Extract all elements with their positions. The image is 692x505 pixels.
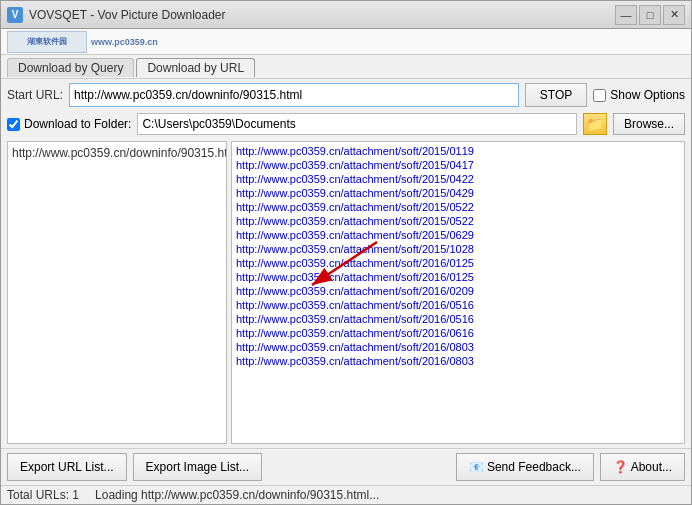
show-options-checkbox[interactable] [593,89,606,102]
right-panel-url-10: http://www.pc0359.cn/attachment/soft/201… [232,284,684,298]
close-button[interactable]: ✕ [663,5,685,25]
start-url-label: Start URL: [7,88,63,102]
left-panel[interactable]: http://www.pc0359.cn/downinfo/90315.html [7,141,227,444]
watermark: 湖東软件园 [7,31,87,53]
right-panel-url-3: http://www.pc0359.cn/attachment/soft/201… [232,186,684,200]
folder-path-input[interactable] [137,113,577,135]
right-panel-url-2: http://www.pc0359.cn/attachment/soft/201… [232,172,684,186]
main-window: V VOVSQET - Vov Picture Downloader — □ ✕… [0,0,692,505]
stop-button[interactable]: STOP [525,83,587,107]
feedback-icon: 📧 [469,460,487,474]
app-icon: V [7,7,23,23]
about-icon: ❓ [613,460,631,474]
download-to-folder-text: Download to Folder: [24,117,131,131]
start-url-input[interactable] [69,83,519,107]
loading-status: Loading http://www.pc0359.cn/downinfo/90… [95,488,379,502]
minimize-button[interactable]: — [615,5,637,25]
total-urls-status: Total URLs: 1 [7,488,79,502]
toolbar: 湖東软件园 www.pc0359.cn [1,29,691,55]
right-panel[interactable]: http://www.pc0359.cn/attachment/soft/201… [231,141,685,444]
tab-bar: Download by Query Download by URL [1,55,691,79]
right-panel-url-12: http://www.pc0359.cn/attachment/soft/201… [232,312,684,326]
right-panel-url-1: http://www.pc0359.cn/attachment/soft/201… [232,158,684,172]
folder-icon-button[interactable]: 📁 [583,113,607,135]
export-image-button[interactable]: Export Image List... [133,453,262,481]
right-panel-url-0: http://www.pc0359.cn/attachment/soft/201… [232,144,684,158]
about-label: About... [631,460,672,474]
tab-download-by-query[interactable]: Download by Query [7,58,134,77]
send-feedback-button[interactable]: 📧 Send Feedback... [456,453,594,481]
right-panel-url-15: http://www.pc0359.cn/attachment/soft/201… [232,354,684,368]
show-options-row: Show Options [593,88,685,102]
left-panel-url-0: http://www.pc0359.cn/downinfo/90315.html [12,146,222,160]
show-options-label: Show Options [610,88,685,102]
maximize-button[interactable]: □ [639,5,661,25]
download-to-folder-label: Download to Folder: [7,117,131,131]
download-to-folder-checkbox[interactable] [7,118,20,131]
bottom-bar: Export URL List... Export Image List... … [1,448,691,485]
right-panel-url-8: http://www.pc0359.cn/attachment/soft/201… [232,256,684,270]
about-button[interactable]: ❓ About... [600,453,685,481]
watermark-url: www.pc0359.cn [91,37,158,47]
folder-row: Download to Folder: 📁 Browse... [1,111,691,137]
right-panel-url-7: http://www.pc0359.cn/attachment/soft/201… [232,242,684,256]
right-panel-url-4: http://www.pc0359.cn/attachment/soft/201… [232,200,684,214]
right-url-list: http://www.pc0359.cn/attachment/soft/201… [232,144,684,368]
url-row: Start URL: STOP Show Options [1,79,691,111]
title-bar: V VOVSQET - Vov Picture Downloader — □ ✕ [1,1,691,29]
title-bar-buttons: — □ ✕ [615,5,685,25]
export-url-button[interactable]: Export URL List... [7,453,127,481]
right-panel-url-9: http://www.pc0359.cn/attachment/soft/201… [232,270,684,284]
main-area: http://www.pc0359.cn/downinfo/90315.html… [1,137,691,448]
status-bar: Total URLs: 1 Loading http://www.pc0359.… [1,485,691,504]
right-panel-url-13: http://www.pc0359.cn/attachment/soft/201… [232,326,684,340]
right-panel-url-5: http://www.pc0359.cn/attachment/soft/201… [232,214,684,228]
right-panel-url-14: http://www.pc0359.cn/attachment/soft/201… [232,340,684,354]
tab-download-by-url[interactable]: Download by URL [136,58,255,77]
feedback-label: Send Feedback... [487,460,581,474]
right-panel-url-11: http://www.pc0359.cn/attachment/soft/201… [232,298,684,312]
right-panel-url-6: http://www.pc0359.cn/attachment/soft/201… [232,228,684,242]
title-bar-left: V VOVSQET - Vov Picture Downloader [7,7,226,23]
window-title: VOVSQET - Vov Picture Downloader [29,8,226,22]
browse-button[interactable]: Browse... [613,113,685,135]
